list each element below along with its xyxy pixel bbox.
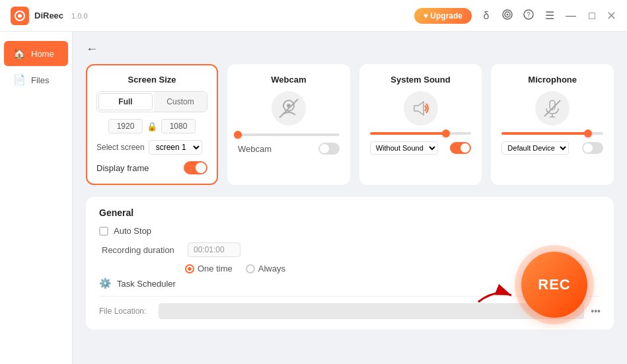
mic-select-row: Default Device	[501, 141, 603, 155]
webcam-icon	[277, 96, 301, 120]
target-icon	[501, 9, 514, 23]
screen-size-card: Screen Size Full Custom 🔒 Select screen …	[86, 64, 218, 185]
sidebar-item-home[interactable]: 🏠 Home	[4, 41, 68, 66]
task-scheduler-icon: ⚙️	[99, 277, 112, 289]
back-button[interactable]: ←	[86, 42, 98, 56]
screen-size-tabs: Full Custom	[96, 91, 207, 112]
general-title: General	[99, 207, 601, 218]
menu-icon[interactable]: ☰	[543, 9, 556, 22]
screen-select[interactable]: screen 1	[149, 140, 202, 155]
app-name: DiReec	[34, 11, 63, 20]
sound-slider-track	[370, 132, 472, 135]
upgrade-button[interactable]: ♥ Upgrade	[414, 8, 472, 24]
svg-text:?: ?	[527, 11, 531, 18]
rec-button-container: REC	[515, 245, 594, 324]
mic-slider-row	[501, 132, 603, 135]
sound-icon-circle	[404, 91, 438, 126]
home-icon: 🏠	[13, 48, 26, 59]
minimize-icon[interactable]: —	[564, 10, 577, 22]
always-radio-btn[interactable]	[246, 264, 255, 273]
always-radio[interactable]: Always	[246, 264, 285, 273]
mic-icon	[542, 98, 563, 119]
microphone-card: Microphone	[491, 64, 614, 185]
cards-row: Screen Size Full Custom 🔒 Select screen …	[86, 64, 614, 185]
system-sound-toggle[interactable]	[450, 142, 471, 154]
select-screen-label: Select screen	[96, 143, 145, 152]
webcam-card: Webcam	[227, 64, 350, 185]
sound-select-row: Without Sound	[370, 141, 472, 155]
sound-slider-fill	[370, 132, 446, 135]
sidebar-files-label: Files	[31, 75, 49, 85]
webcam-label: Webcam	[238, 144, 272, 154]
sidebar-item-files[interactable]: 📄 Files	[4, 67, 68, 92]
select-screen-row: Select screen screen 1	[96, 140, 207, 155]
mic-slider-thumb[interactable]	[584, 129, 592, 137]
mic-slider-track	[501, 132, 603, 135]
app-logo: DiReec 1.0.0	[11, 7, 414, 25]
mic-toggle[interactable]	[582, 142, 603, 154]
system-sound-title: System Sound	[370, 75, 472, 85]
webcam-icon-wrap	[238, 91, 340, 126]
arrow-icon	[475, 282, 515, 309]
app-version: 1.0.0	[71, 12, 87, 20]
sidebar-home-label: Home	[31, 49, 54, 59]
content-wrapper: ← Screen Size Full Custom 🔒	[73, 32, 627, 364]
maximize-icon[interactable]: □	[585, 10, 599, 22]
full-tab[interactable]: Full	[98, 93, 153, 110]
mic-icon-wrap	[501, 91, 603, 126]
auto-stop-row: Auto Stop	[99, 226, 601, 236]
webcam-title: Webcam	[238, 75, 340, 85]
system-sound-card: System Sound	[359, 64, 482, 185]
recording-duration-label: Recording duration	[102, 245, 181, 255]
titlebar-controls: ♥ Upgrade δ ? ☰ — □ ✕	[414, 8, 616, 24]
logo-icon	[11, 7, 29, 25]
sound-slider-thumb[interactable]	[442, 129, 450, 137]
main-layout: 🏠 Home 📄 Files ← Screen Size Full Custom	[0, 32, 627, 364]
task-scheduler-label[interactable]: Task Scheduler	[117, 279, 176, 289]
height-input[interactable]	[161, 119, 196, 133]
close-icon[interactable]: ✕	[607, 9, 616, 23]
microphone-title: Microphone	[501, 75, 603, 85]
sound-slider-row	[370, 132, 472, 135]
webcam-toggle[interactable]	[318, 143, 340, 155]
webcam-slider-track	[238, 133, 340, 136]
mic-device-select[interactable]: Default Device	[501, 141, 569, 155]
auto-stop-checkbox[interactable]	[99, 227, 108, 236]
titlebar: DiReec 1.0.0 ♥ Upgrade δ ? ☰ — □ ✕	[0, 0, 627, 32]
duration-input[interactable]	[188, 242, 240, 257]
auto-stop-label: Auto Stop	[114, 226, 151, 236]
webcam-slider-row	[238, 133, 340, 136]
webcam-slider-thumb[interactable]	[234, 131, 242, 139]
display-frame-label: Display frame	[96, 163, 149, 173]
sound-select[interactable]: Without Sound	[370, 141, 438, 155]
one-time-label: One time	[198, 264, 233, 273]
sidebar: 🏠 Home 📄 Files	[0, 32, 73, 364]
svg-point-4	[507, 13, 509, 15]
custom-tab[interactable]: Custom	[154, 92, 207, 112]
coin-icon[interactable]: δ	[480, 10, 493, 22]
arrow-container	[475, 282, 515, 311]
webcam-icon-circle	[272, 91, 306, 126]
sound-icon-wrap	[370, 91, 472, 126]
screen-size-title: Screen Size	[96, 75, 207, 85]
display-frame-row: Display frame	[96, 161, 207, 174]
display-frame-toggle[interactable]	[184, 161, 207, 174]
rec-label: REC	[538, 276, 570, 293]
sound-icon	[410, 98, 431, 119]
file-location-label: File Location:	[99, 307, 152, 316]
rec-button[interactable]: REC	[521, 252, 587, 318]
mic-slider-fill	[501, 132, 588, 135]
rec-outer-ring: REC	[515, 245, 594, 324]
lock-icon: 🔒	[147, 122, 157, 131]
mic-icon-circle	[535, 91, 570, 126]
svg-point-1	[18, 14, 22, 18]
webcam-bottom-row: Webcam	[238, 143, 340, 155]
help-icon[interactable]: ?	[522, 9, 535, 23]
one-time-radio-btn[interactable]	[185, 264, 194, 273]
files-icon: 📄	[13, 74, 26, 86]
resolution-row: 🔒	[96, 119, 207, 133]
always-label: Always	[258, 264, 285, 273]
width-input[interactable]	[108, 119, 143, 133]
one-time-radio[interactable]: One time	[185, 264, 233, 273]
